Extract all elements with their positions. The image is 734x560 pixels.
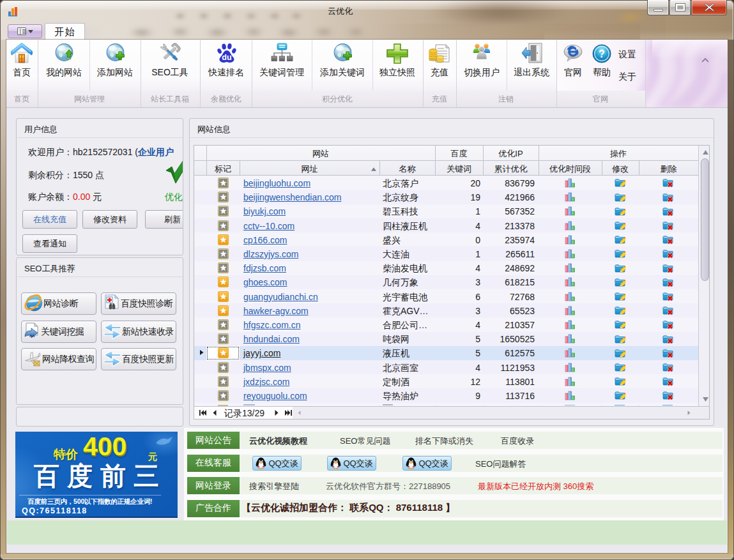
svg-text:du: du: [222, 53, 231, 62]
svg-text:?: ?: [599, 49, 605, 59]
svg-text:AA: AA: [29, 334, 35, 338]
